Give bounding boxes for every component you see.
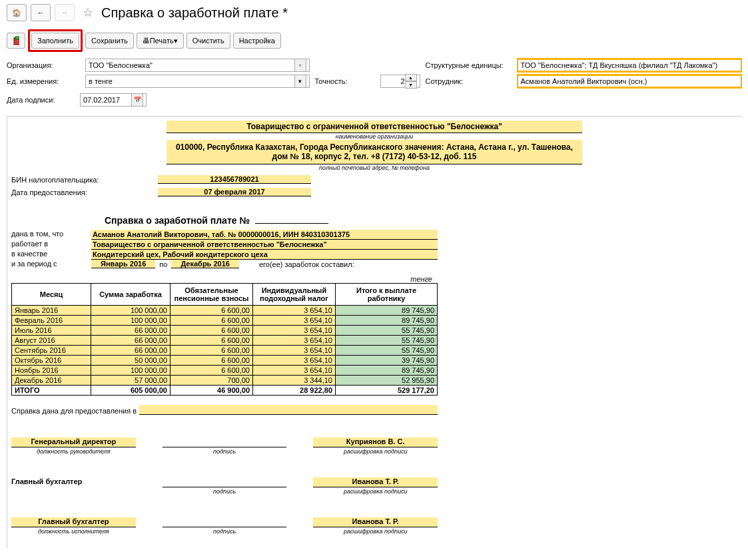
- print-button[interactable]: 🖶 Печать ▾: [137, 33, 184, 49]
- unit-select[interactable]: в тенге ▾: [85, 75, 310, 88]
- label-employee: Сотрудник:: [426, 77, 512, 85]
- chief-acc-1: Главный бухгалтер: [11, 477, 136, 487]
- printer-icon: 🖶: [143, 37, 150, 45]
- label-unit: Ед. измерения:: [7, 77, 80, 85]
- settings-button[interactable]: Настройка: [233, 33, 281, 49]
- value-bin: 123456789021: [158, 175, 311, 184]
- sig-line: [163, 437, 287, 447]
- given-label-3: в качестве: [11, 250, 91, 260]
- th-payout: Итого к выплате работнику: [336, 284, 438, 306]
- table-row: Июль 201666 000,006 600,003 654,1055 745…: [12, 326, 438, 336]
- fill-button[interactable]: Заполнить: [31, 33, 79, 49]
- table-row: Август 201666 000,006 600,003 654,1055 7…: [12, 336, 438, 346]
- th-month: Месяц: [12, 284, 91, 306]
- employee-input[interactable]: Асманов Анатолий Викторович (осн.): [518, 75, 742, 88]
- purpose-field: [139, 405, 438, 415]
- acc-name-2: Иванова Т. Р.: [313, 517, 438, 527]
- icon-button[interactable]: [7, 33, 25, 49]
- document-preview: Товарищество с ограниченной ответственно…: [7, 116, 741, 548]
- given-value-2: Товарищество с ограниченной ответственно…: [91, 240, 438, 250]
- sign-date-input[interactable]: 07.02.2017 📅: [80, 93, 147, 107]
- home-button[interactable]: 🏠: [7, 4, 27, 21]
- label-struct: Структурные единицы:: [426, 61, 512, 69]
- chief-acc-2: Главный бухгалтер: [11, 517, 136, 527]
- given-value-3: Кондитерский цех, Рабочий кондитерского …: [91, 250, 438, 260]
- period-sep: по: [159, 260, 167, 268]
- acc-name-1: Иванова Т. Р.: [313, 477, 438, 487]
- salary-table: Месяц Сумма заработка Обязательные пенси…: [11, 283, 438, 396]
- stepper-down-icon[interactable]: ▼: [405, 81, 417, 89]
- th-tax: Индивидуальный подоходный налог: [253, 284, 336, 306]
- label-org: Организация:: [7, 61, 80, 69]
- address-note: полный почтовый адрес, № телефона: [167, 164, 582, 171]
- value-provided: 07 февраля 2017: [158, 188, 311, 196]
- period-label: и за период с: [11, 260, 91, 268]
- table-row: Ноябрь 2016100 000,006 600,003 654,1089 …: [12, 366, 438, 376]
- svg-rect-1: [15, 37, 19, 39]
- open-icon[interactable]: ▫: [294, 59, 306, 72]
- table-row: Январь 2016100 000,006 600,003 654,1089 …: [12, 306, 438, 316]
- gendir-role: Генеральный директор: [11, 437, 136, 447]
- label-bin: БИН налогоплательщика:: [11, 176, 158, 184]
- clear-button[interactable]: Очистить: [187, 33, 230, 49]
- org-input[interactable]: ТОО "Белоснежка" ▫: [85, 59, 310, 72]
- cube-icon: [13, 35, 19, 46]
- currency-label: тенге: [11, 275, 432, 283]
- gendir-name: Куприянов В. С.: [313, 437, 438, 447]
- th-amount: Сумма заработка: [91, 284, 171, 306]
- precision-stepper[interactable]: 2 ▲ ▼: [380, 75, 420, 88]
- org-name: Товарищество с ограниченной ответственно…: [167, 121, 582, 133]
- period-suffix: его(ее) заработок составил:: [259, 260, 354, 268]
- favorite-icon[interactable]: ☆: [83, 5, 93, 20]
- highlighted-fill-button: Заполнить: [28, 29, 83, 52]
- org-address: 010000, Республика Казахстан, Города Рес…: [167, 140, 582, 164]
- purpose-label: Справка дана для предоставления в: [11, 407, 137, 415]
- given-label-1: дана в том, что: [11, 230, 91, 240]
- ref-number-field: [255, 223, 328, 224]
- stepper-up-icon[interactable]: ▲: [405, 74, 417, 81]
- table-row: Октябрь 201650 000,006 600,003 654,1039 …: [12, 356, 438, 366]
- th-pension: Обязательные пенсионные взносы: [171, 284, 253, 306]
- table-row: Февраль 2016100 000,006 600,003 654,1089…: [12, 316, 438, 326]
- back-button[interactable]: ←: [31, 4, 51, 21]
- org-name-note: наименование организации: [167, 133, 582, 140]
- period-from: Январь 2016: [91, 260, 155, 268]
- table-total-row: ИТОГО605 000,0046 900,0028 922,80529 177…: [12, 386, 438, 396]
- save-button[interactable]: Сохранить: [85, 33, 134, 49]
- chevron-down-icon[interactable]: ▾: [294, 75, 306, 88]
- period-to: Декабрь 2016: [171, 260, 239, 268]
- given-value-1: Асманов Анатолий Викторович, таб. № 0000…: [91, 230, 438, 240]
- calendar-icon[interactable]: 📅: [131, 93, 143, 107]
- struct-input[interactable]: ТОО "Белоснежка"; ТД Вкусняшка (филиал "…: [518, 59, 742, 72]
- label-precision: Точность:: [315, 77, 375, 85]
- label-provided: Дата предоставления:: [11, 188, 158, 196]
- table-row: Сентябрь 201666 000,006 600,003 654,1055…: [12, 346, 438, 356]
- forward-button[interactable]: →: [55, 4, 75, 21]
- chevron-down-icon: ▾: [174, 37, 178, 45]
- page-title: Справка о заработной плате *: [101, 5, 288, 21]
- label-sign-date: Дата подписи:: [7, 96, 75, 104]
- given-label-2: работает в: [11, 240, 91, 250]
- ref-title: Справка о заработной плате №: [105, 215, 250, 226]
- table-row: Декабрь 201657 000,00700,003 344,1052 95…: [12, 376, 438, 386]
